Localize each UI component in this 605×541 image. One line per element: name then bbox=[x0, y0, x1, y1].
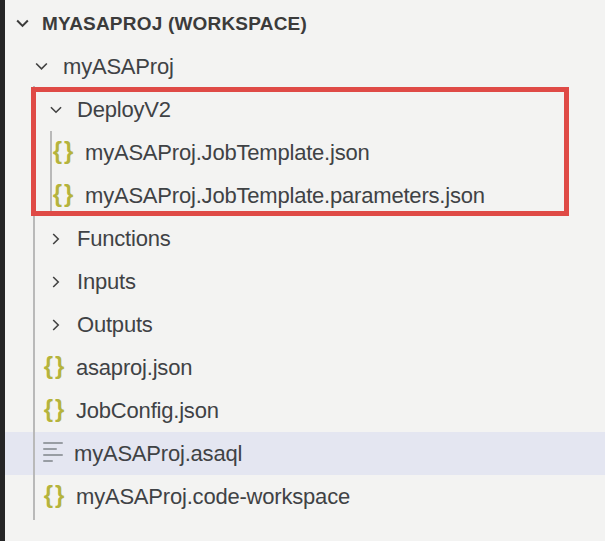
panel-left-edge bbox=[0, 0, 5, 541]
tree-item-asaql-file[interactable]: myASAProj.asaql bbox=[0, 432, 605, 475]
chevron-right-icon[interactable] bbox=[46, 315, 66, 335]
tree-item-label: Outputs bbox=[77, 312, 153, 338]
json-file-icon: {} bbox=[52, 182, 76, 206]
chevron-down-icon[interactable] bbox=[31, 57, 51, 77]
tree-item-label: JobConfig.json bbox=[76, 398, 219, 424]
tree-item-jobconfig-json[interactable]: {} JobConfig.json bbox=[0, 389, 605, 432]
tree-item-jobtemplate-parameters-json[interactable]: {} myASAProj.JobTemplate.parameters.json bbox=[0, 174, 605, 217]
chevron-right-icon[interactable] bbox=[46, 229, 66, 249]
tree-item-code-workspace[interactable]: {} myASAProj.code-workspace bbox=[0, 475, 605, 518]
json-file-icon: {} bbox=[52, 139, 76, 163]
indent-guide-level1 bbox=[33, 86, 35, 520]
tree-item-functions-folder[interactable]: Functions bbox=[0, 217, 605, 260]
tree-item-label: Functions bbox=[77, 226, 171, 252]
chevron-down-icon[interactable] bbox=[46, 100, 66, 120]
workspace-header-label: MYASAPROJ (WORKSPACE) bbox=[42, 13, 307, 35]
json-file-icon: {} bbox=[43, 397, 67, 421]
indent-guide-level2 bbox=[50, 131, 52, 213]
tree-item-label: Inputs bbox=[77, 269, 136, 295]
tree-item-myasaproj-folder[interactable]: myASAProj bbox=[0, 45, 605, 88]
explorer-panel: MYASAPROJ (WORKSPACE) myASAProj DeployV2… bbox=[0, 0, 605, 541]
tree-item-label: myASAProj.asaql bbox=[74, 441, 242, 467]
tree-item-asaproj-json[interactable]: {} asaproj.json bbox=[0, 346, 605, 389]
chevron-right-icon[interactable] bbox=[46, 272, 66, 292]
chevron-down-icon[interactable] bbox=[12, 14, 32, 34]
tree-item-label: myASAProj.JobTemplate.json bbox=[85, 140, 370, 166]
json-file-icon: {} bbox=[43, 483, 67, 507]
tree-item-label: myASAProj.code-workspace bbox=[76, 484, 350, 510]
tree-item-outputs-folder[interactable]: Outputs bbox=[0, 303, 605, 346]
workspace-header[interactable]: MYASAPROJ (WORKSPACE) bbox=[0, 2, 605, 45]
tree-item-deployv2-folder[interactable]: DeployV2 bbox=[0, 88, 605, 131]
tree-item-inputs-folder[interactable]: Inputs bbox=[0, 260, 605, 303]
json-file-icon: {} bbox=[43, 354, 67, 378]
tree-item-label: DeployV2 bbox=[77, 97, 171, 123]
text-file-icon bbox=[43, 441, 65, 466]
tree-item-label: myASAProj bbox=[63, 54, 174, 80]
file-tree: MYASAPROJ (WORKSPACE) myASAProj DeployV2… bbox=[0, 2, 605, 518]
tree-item-jobtemplate-json[interactable]: {} myASAProj.JobTemplate.json bbox=[0, 131, 605, 174]
tree-item-label: asaproj.json bbox=[76, 355, 192, 381]
tree-item-label: myASAProj.JobTemplate.parameters.json bbox=[85, 183, 485, 209]
